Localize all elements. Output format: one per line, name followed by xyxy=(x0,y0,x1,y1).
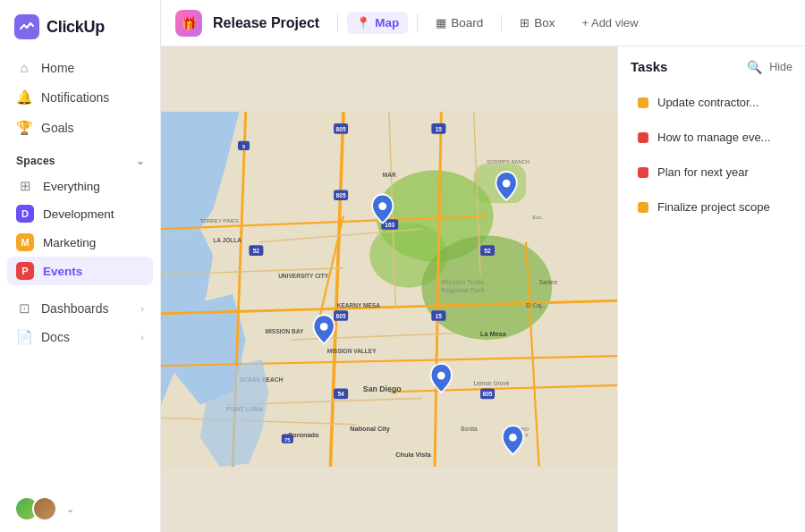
marketing-icon: M xyxy=(16,233,34,251)
svg-text:KEARNY MESA: KEARNY MESA xyxy=(337,302,381,308)
tab-board[interactable]: ▦ Board xyxy=(427,12,492,34)
svg-point-79 xyxy=(437,372,445,380)
spaces-chevron-icon[interactable]: ⌄ xyxy=(136,156,144,167)
sidebar-item-marketing[interactable]: M Marketing xyxy=(7,228,153,257)
sidebar-footer[interactable]: ⌄ xyxy=(0,486,160,532)
tasks-hide-button[interactable]: Hide xyxy=(769,61,792,73)
task-label-3: Plan for next year xyxy=(657,165,749,179)
svg-text:El Caj...: El Caj... xyxy=(526,302,547,309)
svg-point-76 xyxy=(378,202,386,210)
task-status-dot-2 xyxy=(638,132,648,143)
svg-text:805: 805 xyxy=(483,391,493,397)
avatar-stack xyxy=(14,496,57,521)
svg-text:National City: National City xyxy=(350,425,389,433)
map-svg: 805 15 805 5 163 52 15 805 805 54 xyxy=(161,46,617,532)
sidebar-item-goals[interactable]: 🏆 Goals xyxy=(7,114,153,142)
task-status-dot-1 xyxy=(638,97,648,108)
svg-text:TORREY PINES: TORREY PINES xyxy=(200,218,239,224)
events-label: Events xyxy=(43,265,82,278)
topbar-divider2 xyxy=(417,14,418,32)
sidebar-item-development[interactable]: D Development xyxy=(7,199,153,228)
task-item-4[interactable]: Finalize project scope xyxy=(625,191,798,223)
svg-text:San Diego: San Diego xyxy=(363,384,402,393)
sidebar-item-notifications[interactable]: 🔔 Notifications xyxy=(7,83,153,112)
svg-text:805: 805 xyxy=(336,126,346,132)
development-label: Development xyxy=(43,207,114,221)
task-label-4: Finalize project scope xyxy=(657,200,770,214)
sidebar-item-docs[interactable]: 📄 Docs › xyxy=(7,323,153,351)
svg-text:805: 805 xyxy=(336,313,346,319)
svg-text:MAR: MAR xyxy=(383,172,396,178)
svg-text:La Mesa: La Mesa xyxy=(480,330,507,338)
tasks-panel-title: Tasks xyxy=(631,59,667,74)
avatar-secondary xyxy=(32,496,57,521)
svg-text:163: 163 xyxy=(385,222,394,228)
tasks-header-controls: 🔍 Hide xyxy=(747,60,792,74)
svg-text:Mission Trails: Mission Trails xyxy=(441,278,484,286)
tab-map-label: Map xyxy=(375,16,399,30)
svg-text:Bonita: Bonita xyxy=(461,426,478,432)
sidebar-bottom-nav: ⊡ Dashboards › 📄 Docs › xyxy=(0,291,160,355)
svg-text:MISSION BAY: MISSION BAY xyxy=(266,328,304,334)
sidebar-item-home[interactable]: ⌂ Home xyxy=(7,54,153,81)
development-icon: D xyxy=(16,205,34,223)
sidebar-nav: ⌂ Home 🔔 Notifications 🏆 Goals xyxy=(0,50,160,146)
everything-label: Everything xyxy=(43,180,100,193)
tab-board-label: Board xyxy=(451,16,483,30)
svg-text:52: 52 xyxy=(253,248,260,254)
project-icon: 🎁 xyxy=(175,10,202,37)
main-content: 🎁 Release Project 📍 Map ▦ Board ⊞ Box + … xyxy=(161,0,805,532)
svg-text:Lemon Grove: Lemon Grove xyxy=(474,380,510,386)
sidebar: ClickUp ⌂ Home 🔔 Notifications 🏆 Goals S… xyxy=(0,0,161,532)
svg-point-78 xyxy=(320,323,328,331)
task-status-dot-3 xyxy=(638,167,648,178)
dashboards-chevron-icon: › xyxy=(140,303,144,314)
svg-text:LA JOLLA: LA JOLLA xyxy=(213,237,242,243)
topbar-divider xyxy=(337,14,338,32)
clickup-logo-icon xyxy=(14,14,39,39)
box-icon: ⊞ xyxy=(520,16,530,30)
svg-text:15: 15 xyxy=(436,313,443,319)
footer-chevron-icon: ⌄ xyxy=(66,503,74,515)
sidebar-item-events[interactable]: P Events xyxy=(7,257,153,285)
sidebar-item-home-label: Home xyxy=(41,61,74,75)
map-pin-icon: 📍 xyxy=(356,16,370,30)
events-icon: P xyxy=(16,262,34,280)
docs-icon: 📄 xyxy=(16,329,32,345)
svg-text:UNIVERSITY CITY: UNIVERSITY CITY xyxy=(278,273,329,279)
home-icon: ⌂ xyxy=(16,60,32,75)
task-status-dot-4 xyxy=(638,202,648,213)
sidebar-item-goals-label: Goals xyxy=(41,121,74,135)
task-label-1: Update contractor... xyxy=(657,96,758,109)
svg-text:805: 805 xyxy=(336,192,346,198)
dashboards-label: Dashboards xyxy=(41,301,109,316)
docs-chevron-icon: › xyxy=(140,332,144,342)
tasks-search-icon[interactable]: 🔍 xyxy=(747,60,762,74)
tab-box-label: Box xyxy=(534,16,555,30)
project-title: Release Project xyxy=(213,15,319,31)
dashboards-icon: ⊡ xyxy=(16,300,32,317)
bell-icon: 🔔 xyxy=(16,89,32,106)
task-item-1[interactable]: Update contractor... xyxy=(625,87,798,118)
docs-label: Docs xyxy=(41,330,70,344)
tab-map[interactable]: 📍 Map xyxy=(347,12,408,34)
svg-text:15: 15 xyxy=(436,126,443,132)
svg-text:Chula Vista: Chula Vista xyxy=(395,451,431,459)
add-view-label: + Add view xyxy=(581,16,638,30)
add-view-button[interactable]: + Add view xyxy=(572,12,647,34)
tab-box[interactable]: ⊞ Box xyxy=(511,12,564,34)
task-item-2[interactable]: How to manage eve... xyxy=(625,122,798,153)
logo[interactable]: ClickUp xyxy=(0,0,160,50)
svg-text:SCRIPPS RANCH: SCRIPPS RANCH xyxy=(487,159,530,165)
sidebar-item-notifications-label: Notifications xyxy=(41,90,109,105)
sidebar-item-dashboards[interactable]: ⊡ Dashboards › xyxy=(7,294,153,323)
spaces-section-header: Spaces ⌄ xyxy=(0,146,160,173)
app-name: ClickUp xyxy=(47,18,105,37)
sidebar-item-everything[interactable]: ⊞ Everything xyxy=(7,173,153,199)
svg-text:Santee: Santee xyxy=(539,279,558,285)
board-icon: ▦ xyxy=(436,16,446,30)
svg-text:Regional Park: Regional Park xyxy=(441,287,485,295)
spaces-label: Spaces xyxy=(16,155,55,167)
task-item-3[interactable]: Plan for next year xyxy=(625,156,798,188)
map-container[interactable]: 805 15 805 5 163 52 15 805 805 54 xyxy=(161,46,617,532)
